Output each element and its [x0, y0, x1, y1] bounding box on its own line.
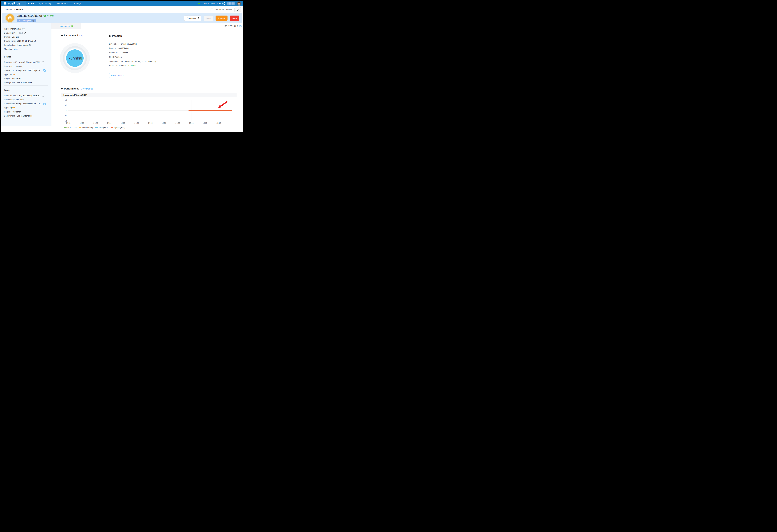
help-icon[interactable]: ? — [222, 2, 225, 5]
chart-plot-area[interactable]: 1.00.50-0.5-1.014:1514:2014:2514:3014:35… — [68, 100, 232, 121]
restart-button[interactable]: Restart — [216, 15, 228, 21]
legend-label: Insert(RPS) — [99, 126, 108, 129]
database-job-icon — [6, 14, 14, 22]
job-header-band: canals06199j827a Normal No Description F… — [2, 13, 242, 23]
x-axis-tick-label: 14:40 — [134, 122, 139, 124]
detail-row-specification: Specification: Incremental:2G — [4, 44, 49, 46]
description-text: No Description — [19, 19, 31, 22]
description-pill[interactable]: No Description — [17, 19, 36, 22]
x-axis-tick-label: 14:25 — [93, 122, 98, 124]
source-region: Region: customer — [4, 77, 49, 80]
redacted-username — [227, 2, 235, 5]
detail-row-create-time: Create Time: 2025-06-25 14:56:10 — [4, 40, 49, 42]
brand-logo[interactable]: BladePipe — [4, 2, 24, 5]
legend-label: DDL Count — [68, 126, 77, 129]
annotation-arrow — [217, 101, 228, 109]
nav-tab-datajob[interactable]: DataJob — [25, 1, 34, 6]
tab-incremental[interactable]: Incremental — [51, 23, 81, 28]
worker-ip: 172.18.0.2 — [228, 25, 238, 27]
pencil-icon[interactable] — [24, 32, 26, 34]
timing-refresh-checkbox[interactable] — [211, 9, 213, 11]
functions-button[interactable]: Functions — [184, 15, 202, 21]
breadcrumb-current: Details — [16, 8, 23, 11]
grid-icon — [197, 17, 199, 19]
position-row-since-update: Since Last Update:00m 09s — [109, 65, 156, 67]
section-bullet — [109, 35, 111, 37]
job-status-badge: Normal — [43, 15, 53, 17]
tab-strip: Incremental 172.18.0.2 — [51, 23, 243, 29]
refresh-button[interactable] — [234, 7, 241, 12]
start-button[interactable]: Start — [204, 15, 213, 21]
nav-tab-datasource[interactable]: DataSource — [57, 1, 68, 6]
info-icon[interactable]: i — [42, 95, 44, 97]
copy-icon[interactable] — [43, 70, 45, 71]
gridline — [68, 100, 69, 121]
performance-chart-card: Incremental Target(RDB) 1.00.50-0.5-1.01… — [61, 93, 237, 130]
target-section-title: Target — [4, 89, 49, 91]
avatar[interactable] — [237, 1, 241, 6]
reset-position-button[interactable]: Reset Position — [109, 73, 126, 78]
environment-status-dot — [198, 3, 200, 4]
x-axis-tick-label: 14:45 — [148, 122, 152, 124]
y-axis-tick-label: -0.5 — [64, 115, 67, 117]
legend-item[interactable]: DDL Count — [64, 126, 77, 129]
x-axis-tick-label: 14:15 — [66, 122, 71, 124]
log-link[interactable]: Log — [80, 34, 83, 37]
gridline — [178, 100, 178, 121]
legend-item[interactable]: Delete(RPS) — [79, 126, 93, 129]
detail-row-mapping: Mapping: View — [4, 48, 49, 50]
section-bullet — [61, 88, 63, 90]
legend-item[interactable]: Update(RPS) — [111, 126, 125, 129]
chart-title: Incremental Target(RDB) — [61, 93, 237, 97]
nav-tab-sync-settings[interactable]: Sync Settings — [39, 1, 52, 6]
running-state-circle: Running — [66, 49, 84, 67]
source-type: Type: MySQL — [4, 73, 49, 76]
legend-item[interactable]: Insert(RPS) — [95, 126, 108, 129]
position-row-position: Position:346987480 — [109, 47, 156, 49]
status-text: Normal — [47, 15, 53, 17]
target-connection: Connection: rm-bp10pkoqcf45n09y47o.... — [4, 103, 49, 105]
legend-label: Delete(RPS) — [82, 126, 93, 129]
chart-legend[interactable]: DDL CountDelete(RPS)Insert(RPS)Update(RP… — [64, 126, 125, 129]
mysql-logo: MySQL — [10, 74, 15, 75]
source-deployment: Deployment: Self Maintenance — [4, 81, 49, 84]
section-bullet — [61, 35, 63, 36]
detail-panel: Incremental Log Running Positi — [51, 29, 243, 126]
copy-icon[interactable] — [239, 25, 241, 27]
breadcrumb-parent[interactable]: DataJob — [5, 8, 13, 11]
copy-icon[interactable] — [43, 103, 45, 105]
x-axis-tick-label: 15:05 — [203, 122, 207, 124]
nav-tabs: DataJob Sync Settings DataSource Setting… — [25, 1, 81, 6]
legend-swatch — [111, 127, 113, 128]
status-play-icon — [43, 15, 46, 17]
top-nav: BladePipe DataJob Sync Settings DataSour… — [1, 1, 243, 6]
position-row-timestamp: Timestamp:2025-06-25 15:14:49(1750835689… — [109, 60, 156, 63]
job-action-buttons: Functions Start Restart Stop — [184, 15, 239, 21]
more-metrics-link[interactable]: More Metrics — [81, 88, 93, 90]
chevron-down-icon[interactable] — [219, 2, 221, 4]
y-axis-tick-label: 0.5 — [65, 104, 67, 106]
job-name: canals06199j827a — [17, 14, 42, 18]
performance-section-header: Performance More Metrics — [61, 87, 93, 90]
breadcrumb-row: DataJob / Details 10s Timing Refresh — [1, 6, 243, 13]
series-line-Update(RPS) — [189, 110, 232, 111]
details-sidebar: Type: Incremental i DataJob Level: P4 Ow… — [1, 23, 51, 126]
nav-tab-settings[interactable]: Settings — [74, 1, 81, 6]
worker-ip-block: 172.18.0.2 — [225, 25, 241, 27]
running-state-indicator: Running — [60, 43, 90, 73]
info-icon[interactable]: i — [22, 28, 24, 30]
nav-right-cluster: California (v0.6.0) ? — [198, 1, 241, 6]
breadcrumb: DataJob / Details — [5, 8, 23, 11]
breadcrumb-accent-bar — [3, 8, 3, 11]
region-version-selector[interactable]: California (v0.6.0) — [202, 2, 218, 5]
position-row-server-id: Server Id:37187569 — [109, 51, 156, 54]
level-badge: P4 — [19, 32, 23, 34]
info-icon[interactable]: i — [42, 61, 44, 64]
main-content: Incremental 172.18.0.2 — [51, 23, 243, 126]
stop-button[interactable]: Stop — [230, 15, 239, 21]
position-row-binlog: Binlog File:mysql-bin.000662 — [109, 43, 156, 45]
server-icon — [225, 25, 227, 27]
position-section: Position Binlog File:mysql-bin.000662 Po… — [109, 35, 156, 78]
mapping-view-link[interactable]: View — [14, 48, 18, 50]
gridline — [164, 100, 164, 121]
